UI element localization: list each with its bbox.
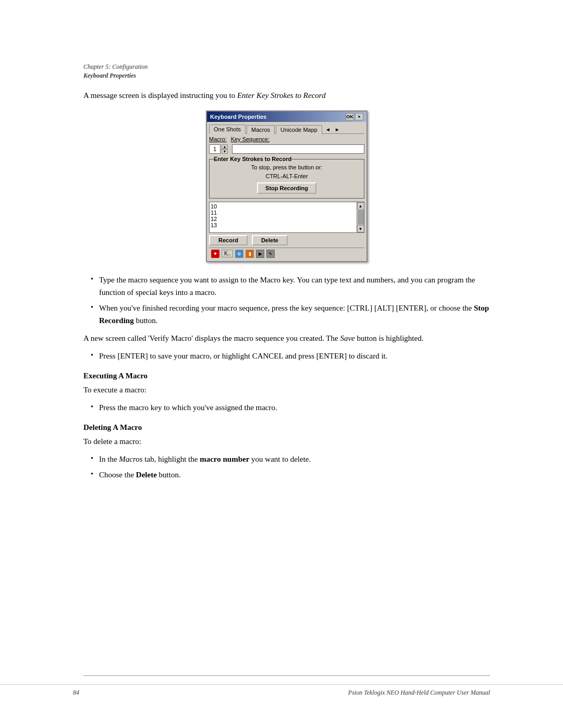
deleting-bullet-2: Choose the Delete button. bbox=[83, 468, 490, 481]
tab-next-arrow[interactable]: ► bbox=[333, 126, 342, 133]
spin-down-button[interactable]: ▼ bbox=[222, 149, 228, 154]
intro-italic: Enter Key Strokes to Record bbox=[237, 91, 326, 100]
taskbar-globe-icon[interactable]: ⊕ bbox=[235, 250, 243, 258]
list-item[interactable]: 11 bbox=[211, 209, 356, 216]
chapter-header: Chapter 5: Configuration Keyboard Proper… bbox=[83, 63, 490, 80]
listbox-scrollbar: ▲ ▼ bbox=[357, 202, 364, 232]
page: Chapter 5: Configuration Keyboard Proper… bbox=[0, 0, 563, 528]
bullet-item-3: Press [ENTER] to save your macro, or hig… bbox=[83, 350, 490, 362]
executing-intro: To execute a macro: bbox=[83, 384, 490, 396]
bullet2-before: When you've finished recording your macr… bbox=[99, 304, 474, 312]
del-b1-italic: Macros bbox=[119, 455, 142, 463]
fieldset-content: To stop, press the button or: CTRL-ALT-E… bbox=[214, 163, 360, 194]
tabs-row: One Shots Macros Unicode Mapp ◄ ► bbox=[209, 124, 364, 134]
dialog-body: One Shots Macros Unicode Mapp ◄ ► Macro:… bbox=[207, 122, 366, 261]
list-item[interactable]: 10 bbox=[211, 203, 356, 209]
para1-before: A new screen called 'Verify Macro' displ… bbox=[83, 334, 340, 342]
page-footer: 84 Psion Teklogix NEO Hand-Held Computer… bbox=[0, 684, 563, 697]
section-title: Keyboard Properties bbox=[83, 71, 490, 80]
bullet-item-2: When you've finished recording your macr… bbox=[83, 302, 490, 327]
para1-after: button is highlighted. bbox=[355, 334, 424, 342]
deleting-heading: Deleting A Macro bbox=[83, 423, 490, 432]
macro-label: Macro: bbox=[209, 136, 227, 142]
executing-bullet-text: Press the macro key to which you've assi… bbox=[99, 403, 277, 412]
taskbar-edit-icon[interactable]: ✎ bbox=[266, 250, 275, 258]
tab-one-shots[interactable]: One Shots bbox=[209, 125, 246, 134]
executing-bullets: Press the macro key to which you've assi… bbox=[83, 401, 490, 414]
dialog-title: Keyboard Properties bbox=[210, 114, 266, 120]
tab-prev-arrow[interactable]: ◄ bbox=[323, 126, 333, 133]
manual-title: Psion Teklogix NEO Hand-Held Computer Us… bbox=[348, 689, 490, 697]
bullet-list-1: Type the macro sequence you want to assi… bbox=[83, 274, 490, 327]
list-item[interactable]: 13 bbox=[211, 222, 356, 228]
tab-macros[interactable]: Macros bbox=[247, 125, 275, 134]
scroll-up-arrow[interactable]: ▲ bbox=[357, 202, 364, 209]
instruction-line1: To stop, press the button or: bbox=[214, 163, 360, 172]
record-button[interactable]: Record bbox=[209, 235, 248, 245]
stop-recording-button[interactable]: Stop Recording bbox=[257, 182, 316, 194]
bullet-item-1: Type the macro sequence you want to assi… bbox=[83, 274, 490, 299]
bullet1-text: Type the macro sequence you want to assi… bbox=[99, 276, 475, 297]
enter-keystrokes-fieldset: Enter Key Strokes to Record To stop, pre… bbox=[209, 156, 364, 199]
macro-key-row: Macro: Key Sequence: bbox=[209, 136, 364, 142]
key-sequence-label: Key Sequence: bbox=[231, 136, 270, 142]
dialog-titlebar: Keyboard Properties OK × bbox=[207, 112, 366, 122]
taskbar-battery-icon[interactable]: ▮ bbox=[246, 250, 254, 258]
bottom-buttons: Record Delete bbox=[209, 235, 364, 245]
del-b1-before: In the bbox=[99, 455, 119, 463]
footnote-line bbox=[83, 675, 490, 676]
listbox-area: 10 11 12 13 ▲ ▼ bbox=[209, 202, 364, 233]
list-item[interactable]: 12 bbox=[211, 216, 356, 222]
instruction-line2: CTRL-ALT-Enter bbox=[214, 172, 360, 181]
page-number: 84 bbox=[73, 689, 79, 697]
close-title-button[interactable]: × bbox=[355, 113, 363, 120]
dialog-container: Keyboard Properties OK × One Shots Macro… bbox=[83, 110, 490, 262]
macro-input-row: 1 ▲ ▼ bbox=[209, 144, 364, 154]
chapter-title: Chapter 5: Configuration bbox=[83, 63, 490, 71]
bullet2-after: button. bbox=[134, 316, 158, 325]
del-b2-after: button. bbox=[157, 471, 181, 479]
delete-button[interactable]: Delete bbox=[252, 235, 288, 245]
del-b1-middle: tab, highlight the bbox=[143, 455, 200, 463]
deleting-intro: To delete a macro: bbox=[83, 435, 490, 448]
scroll-thumb[interactable] bbox=[358, 210, 364, 225]
taskbar-signal-icon[interactable]: ▶ bbox=[256, 250, 264, 258]
macro-number-input[interactable]: 1 bbox=[209, 144, 221, 154]
del-b1-bold: macro number bbox=[200, 455, 249, 463]
deleting-bullet-1: In the Macros tab, highlight the macro n… bbox=[83, 453, 490, 465]
dialog-taskbar: ✦ K.. ⊕ ▮ ▶ ✎ bbox=[209, 248, 364, 259]
intro-before: A message screen is displayed instructin… bbox=[83, 91, 237, 100]
executing-heading: Executing A Macro bbox=[83, 372, 490, 380]
para1-italic: Save bbox=[340, 334, 354, 342]
bullet3-text: Press [ENTER] to save your macro, or hig… bbox=[99, 352, 388, 360]
paragraph-1: A new screen called 'Verify Macro' displ… bbox=[83, 332, 490, 344]
taskbar-k-item[interactable]: K.. bbox=[222, 250, 233, 257]
bullet-list-2: Press [ENTER] to save your macro, or hig… bbox=[83, 350, 490, 362]
keyboard-properties-dialog: Keyboard Properties OK × One Shots Macro… bbox=[206, 110, 368, 262]
executing-bullet-1: Press the macro key to which you've assi… bbox=[83, 401, 490, 414]
del-b1-after: you want to delete. bbox=[249, 455, 311, 463]
ok-title-button[interactable]: OK bbox=[346, 113, 354, 120]
del-b2-bold: Delete bbox=[136, 471, 157, 479]
spin-buttons: ▲ ▼ bbox=[222, 144, 228, 154]
intro-text: A message screen is displayed instructin… bbox=[83, 90, 490, 102]
fieldset-legend: Enter Key Strokes to Record bbox=[214, 156, 291, 162]
tab-unicode-mapp[interactable]: Unicode Mapp bbox=[276, 125, 322, 134]
del-b2-before: Choose the bbox=[99, 471, 136, 479]
scroll-down-arrow[interactable]: ▼ bbox=[357, 225, 364, 232]
taskbar-start-icon[interactable]: ✦ bbox=[211, 250, 219, 258]
deleting-bullets: In the Macros tab, highlight the macro n… bbox=[83, 453, 490, 481]
macro-input-group: 1 ▲ ▼ bbox=[209, 144, 228, 154]
key-sequence-input[interactable] bbox=[232, 144, 364, 154]
listbox-items: 10 11 12 13 bbox=[210, 202, 357, 232]
spin-up-button[interactable]: ▲ bbox=[222, 144, 228, 149]
dialog-title-buttons: OK × bbox=[346, 113, 363, 120]
